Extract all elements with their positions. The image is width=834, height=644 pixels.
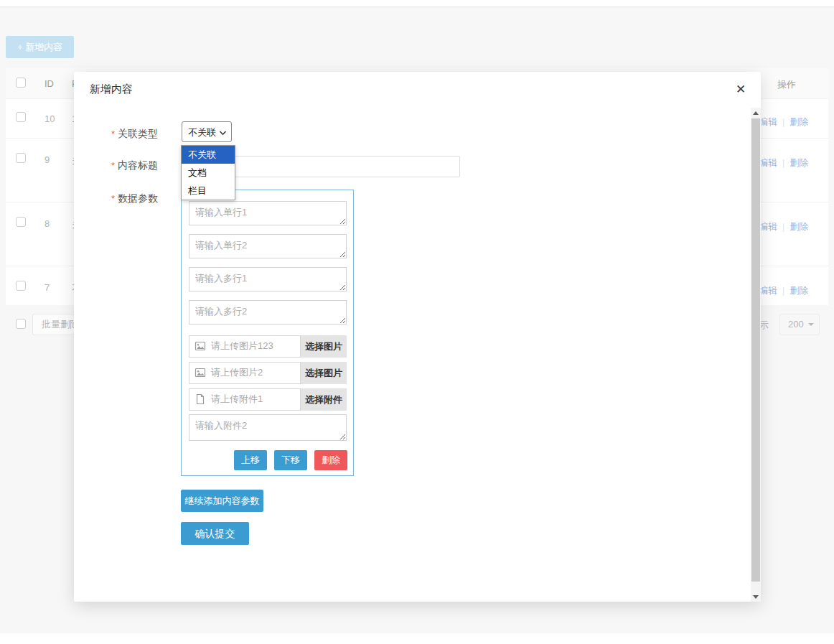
row-actions: 编辑|删除 <box>759 220 808 233</box>
link-separator: | <box>777 286 790 296</box>
page-size-value: 200 <box>788 319 804 330</box>
content-title-label: *内容标题 <box>106 159 158 172</box>
dropdown-option-document[interactable]: 文档 <box>182 164 235 182</box>
move-up-button[interactable]: 上移 <box>234 450 267 470</box>
row-checkbox[interactable] <box>16 281 26 291</box>
upload-placeholder: 请上传附件1 <box>211 388 263 409</box>
modal-title: 新增内容 <box>90 81 133 97</box>
top-bar <box>0 0 834 7</box>
add-more-params-button[interactable]: 继续添加内容参数 <box>181 490 263 512</box>
upload-placeholder: 请上传图片123 <box>211 335 273 356</box>
delete-link[interactable]: 删除 <box>790 116 808 127</box>
cell-id: 10 <box>44 113 55 124</box>
assoc-type-label: *关联类型 <box>106 128 158 140</box>
assoc-type-select[interactable]: 不关联 <box>182 121 232 142</box>
assoc-type-label-text: 关联类型 <box>118 128 158 139</box>
upload-attachment-1-row: 请上传附件1 选择附件 <box>189 388 347 411</box>
file-icon <box>195 393 206 405</box>
submit-button[interactable]: 确认提交 <box>181 522 249 545</box>
single-line-2-textarea[interactable] <box>189 234 347 258</box>
row-actions: 编辑|删除 <box>759 156 808 169</box>
row-checkbox[interactable] <box>16 217 26 227</box>
move-down-button[interactable]: 下移 <box>274 450 307 470</box>
row-actions: 编辑|删除 <box>759 284 808 297</box>
page: + 新增内容 ID P 操作 10 1 编辑|删除 9 关 编辑|删除 8 关 … <box>0 0 834 644</box>
dropdown-option-no-assoc[interactable]: 不关联 <box>182 146 235 164</box>
data-params-label-text: 数据参数 <box>118 192 158 204</box>
multi-line-1-textarea[interactable] <box>189 267 347 291</box>
image-icon <box>195 367 206 378</box>
column-header-id: ID <box>44 78 54 89</box>
row-actions: 编辑|删除 <box>759 115 808 129</box>
single-line-1-textarea[interactable] <box>189 201 347 225</box>
link-separator: | <box>777 117 790 127</box>
delete-link[interactable]: 删除 <box>790 157 808 168</box>
chevron-down-icon <box>808 323 814 326</box>
required-mark: * <box>111 193 115 204</box>
data-params-label: *数据参数 <box>106 192 158 205</box>
edit-link[interactable]: 编辑 <box>759 221 777 232</box>
batch-select-checkbox[interactable] <box>16 319 26 329</box>
edit-link[interactable]: 编辑 <box>759 157 777 168</box>
assoc-type-select-value: 不关联 <box>188 126 216 139</box>
edit-link[interactable]: 编辑 <box>759 285 777 296</box>
add-content-modal: 新增内容 ✕ *关联类型 不关联 不关联 文档 栏目 *内容标题 *数据参数 <box>74 72 761 602</box>
scroll-down-arrow-icon[interactable] <box>751 592 761 602</box>
upload-image-2-row: 请上传图片2 选择图片 <box>189 362 347 384</box>
upload-image-1-row: 请上传图片123 选择图片 <box>189 335 347 358</box>
assoc-type-dropdown: 不关联 文档 栏目 <box>181 145 235 200</box>
chevron-down-icon <box>219 131 227 136</box>
required-mark: * <box>111 129 115 139</box>
edit-link[interactable]: 编辑 <box>759 116 777 127</box>
cell-id: 8 <box>44 218 50 229</box>
modal-scrollbar[interactable] <box>751 108 761 602</box>
link-separator: | <box>777 158 790 168</box>
scroll-up-arrow-icon[interactable] <box>751 108 761 118</box>
data-params-group: 请上传图片123 选择图片 请上传图片2 选择图片 请上传附件1 选择附件 <box>181 190 354 476</box>
row-checkbox[interactable] <box>16 112 26 122</box>
select-all-checkbox[interactable] <box>16 78 26 88</box>
link-separator: | <box>777 222 790 232</box>
delete-link[interactable]: 删除 <box>790 285 808 296</box>
upload-placeholder: 请上传图片2 <box>211 362 263 383</box>
scrollbar-thumb[interactable] <box>751 118 760 582</box>
choose-image-button[interactable]: 选择图片 <box>301 335 347 358</box>
choose-attachment-button[interactable]: 选择附件 <box>301 388 347 411</box>
close-icon[interactable]: ✕ <box>733 82 749 98</box>
footer-bar <box>0 633 834 644</box>
cell-id: 9 <box>44 154 50 165</box>
image-icon <box>195 340 206 352</box>
row-checkbox[interactable] <box>16 153 26 163</box>
delete-link[interactable]: 删除 <box>790 221 808 232</box>
content-title-label-text: 内容标题 <box>118 159 158 171</box>
multi-line-2-textarea[interactable] <box>189 300 347 325</box>
dropdown-option-column[interactable]: 栏目 <box>182 182 235 200</box>
delete-param-button[interactable]: 删除 <box>314 450 347 470</box>
column-header-action: 操作 <box>777 78 796 91</box>
attachment-2-textarea[interactable] <box>189 414 347 441</box>
add-content-button[interactable]: + 新增内容 <box>6 36 74 58</box>
cell-id: 7 <box>44 282 50 293</box>
required-mark: * <box>111 160 115 171</box>
page-size-select[interactable]: 200 <box>779 314 820 335</box>
choose-image-button[interactable]: 选择图片 <box>301 362 347 384</box>
